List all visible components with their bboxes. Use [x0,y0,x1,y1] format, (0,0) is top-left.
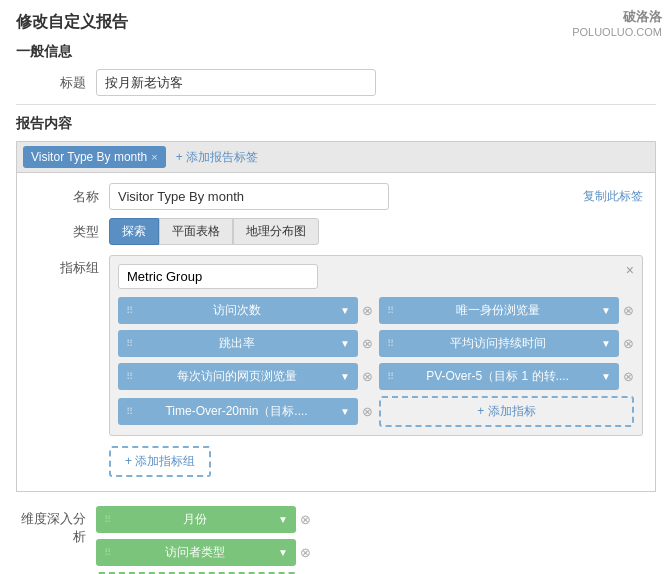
arrow-1: ▼ [340,305,350,316]
dim-arrow-2: ▼ [278,547,288,558]
dim-drag-1: ⠿ [104,514,111,525]
tab-bar: Visitor Type By month × + 添加报告标签 [16,141,656,172]
name-label: 名称 [29,188,109,206]
arrow-4: ▼ [601,338,611,349]
metric-item-5: ⠿ 每次访问的网页浏览量 ▼ ⊗ [118,363,373,390]
metric-label-3: 跳出率 [219,335,255,352]
metric-item-4: ⠿ 平均访问持续时间 ▼ ⊗ [379,330,634,357]
dim-remove-2[interactable]: ⊗ [300,545,311,560]
drag-handle-4: ⠿ [387,338,394,349]
metric-label-7: Time-Over-20min（目标.... [165,403,307,420]
metric-group-name-input[interactable] [118,264,318,289]
metric-group-close-btn[interactable]: × [626,262,634,278]
metric-item-6: ⠿ PV-Over-5（目标 1 的转.... ▼ ⊗ [379,363,634,390]
add-tab-link[interactable]: + 添加报告标签 [176,149,258,166]
metric-remove-6[interactable]: ⊗ [623,369,634,384]
arrow-7: ▼ [340,406,350,417]
title-row: 标题 [16,69,656,96]
dimension-dropdown-2[interactable]: ⠿ 访问者类型 ▼ [96,539,296,566]
add-metric-group-btn[interactable]: + 添加指标组 [109,446,211,477]
type-label: 类型 [29,223,109,241]
metric-label-6: PV-Over-5（目标 1 的转.... [426,368,569,385]
copy-link[interactable]: 复制此标签 [583,188,643,205]
metric-item-1: ⠿ 访问次数 ▼ ⊗ [118,297,373,324]
metric-item-7: ⠿ Time-Over-20min（目标.... ▼ ⊗ [118,396,373,427]
title-label: 标题 [16,74,96,92]
dimension-section: 维度深入分析 ⠿ 月份 ▼ ⊗ ⠿ 访问者类型 ▼ ⊗ + 添加维度 [16,506,656,574]
metric-dropdown-2[interactable]: ⠿ 唯一身份浏览量 ▼ [379,297,619,324]
drag-handle-7: ⠿ [126,406,133,417]
metric-label-2: 唯一身份浏览量 [456,302,540,319]
metric-dropdown-4[interactable]: ⠿ 平均访问持续时间 ▼ [379,330,619,357]
dim-arrow-1: ▼ [278,514,288,525]
metric-label-5: 每次访问的网页浏览量 [177,368,297,385]
page-wrapper: 破洛洛 POLUOLUO.COM 修改自定义报告 一般信息 标题 报告内容 Vi… [0,0,672,574]
watermark-url: POLUOLUO.COM [572,26,662,38]
arrow-6: ▼ [601,371,611,382]
report-content-section: 报告内容 Visitor Type By month × + 添加报告标签 名称… [16,115,656,492]
add-metric-btn[interactable]: + 添加指标 [379,396,634,427]
dim-remove-1[interactable]: ⊗ [300,512,311,527]
drag-handle-3: ⠿ [126,338,133,349]
metric-label-4: 平均访问持续时间 [450,335,546,352]
metric-group-box: × ⠿ 访问次数 ▼ ⊗ [109,255,643,436]
tab-content: 名称 复制此标签 类型 探索 平面表格 地理分布图 指标组 × [16,172,656,492]
dimension-dropdown-1[interactable]: ⠿ 月份 ▼ [96,506,296,533]
active-tab[interactable]: Visitor Type By month × [23,146,166,168]
arrow-5: ▼ [340,371,350,382]
metric-remove-1[interactable]: ⊗ [362,303,373,318]
type-btn-geo[interactable]: 地理分布图 [233,218,319,245]
dimension-label-2: 访问者类型 [165,544,225,561]
dim-drag-2: ⠿ [104,547,111,558]
dimension-box: ⠿ 月份 ▼ ⊗ ⠿ 访问者类型 ▼ ⊗ + 添加维度 [96,506,656,574]
arrow-3: ▼ [340,338,350,349]
watermark-logo: 破洛洛 [572,8,662,26]
type-btn-flat[interactable]: 平面表格 [159,218,233,245]
name-input[interactable] [109,183,389,210]
watermark: 破洛洛 POLUOLUO.COM [572,8,662,38]
metric-item-3: ⠿ 跳出率 ▼ ⊗ [118,330,373,357]
drag-handle-6: ⠿ [387,371,394,382]
page-title: 修改自定义报告 [16,12,656,33]
metric-group-section: 指标组 × ⠿ 访问次数 ▼ ⊗ [29,255,643,436]
metric-group-label: 指标组 [29,255,109,436]
metric-label-1: 访问次数 [213,302,261,319]
dimension-item-2: ⠿ 访问者类型 ▼ ⊗ [96,539,656,566]
metric-remove-7[interactable]: ⊗ [362,404,373,419]
drag-handle-2: ⠿ [387,305,394,316]
dimension-label: 维度深入分析 [16,506,96,574]
metric-remove-5[interactable]: ⊗ [362,369,373,384]
add-metric-group-row: + 添加指标组 [29,446,643,477]
type-row: 类型 探索 平面表格 地理分布图 [29,218,643,245]
dimension-item-1: ⠿ 月份 ▼ ⊗ [96,506,656,533]
metric-item-8: + 添加指标 [379,396,634,427]
title-input[interactable] [96,69,376,96]
metric-item-2: ⠿ 唯一身份浏览量 ▼ ⊗ [379,297,634,324]
metric-dropdown-5[interactable]: ⠿ 每次访问的网页浏览量 ▼ [118,363,358,390]
dimension-label-1: 月份 [183,511,207,528]
tab-close-btn[interactable]: × [151,151,157,163]
general-section-title: 一般信息 [16,43,656,61]
metric-dropdown-1[interactable]: ⠿ 访问次数 ▼ [118,297,358,324]
drag-handle-5: ⠿ [126,371,133,382]
metric-remove-4[interactable]: ⊗ [623,336,634,351]
arrow-2: ▼ [601,305,611,316]
report-content-title: 报告内容 [16,115,656,133]
metric-remove-3[interactable]: ⊗ [362,336,373,351]
drag-handle-1: ⠿ [126,305,133,316]
metrics-grid: ⠿ 访问次数 ▼ ⊗ ⠿ 唯一身份浏览量 ▼ [118,297,634,427]
divider-1 [16,104,656,105]
type-btn-explore[interactable]: 探索 [109,218,159,245]
add-metric-label: + 添加指标 [477,403,535,420]
metric-dropdown-3[interactable]: ⠿ 跳出率 ▼ [118,330,358,357]
name-row: 名称 复制此标签 [29,183,643,210]
active-tab-label: Visitor Type By month [31,150,147,164]
metric-dropdown-7[interactable]: ⠿ Time-Over-20min（目标.... ▼ [118,398,358,425]
metric-remove-2[interactable]: ⊗ [623,303,634,318]
metric-dropdown-6[interactable]: ⠿ PV-Over-5（目标 1 的转.... ▼ [379,363,619,390]
